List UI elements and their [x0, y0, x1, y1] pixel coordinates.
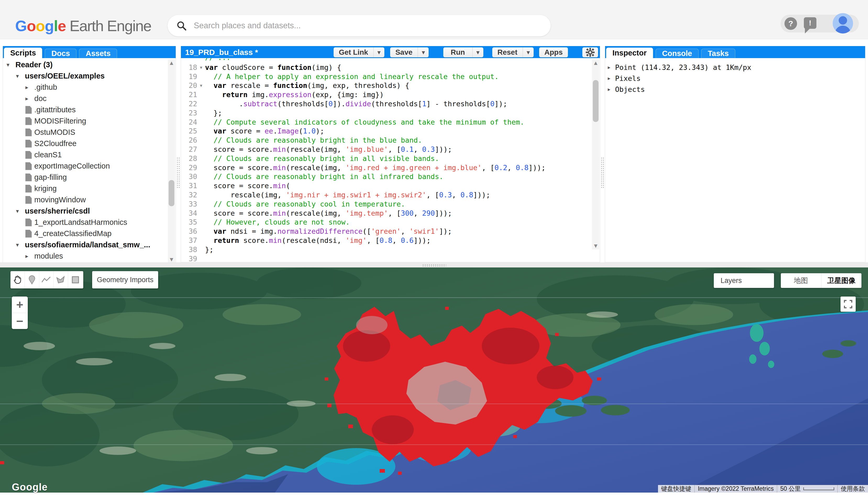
- tree-item[interactable]: cleanS1: [3, 149, 167, 160]
- avatar[interactable]: [833, 13, 853, 33]
- left-splitter-handle[interactable]: [176, 157, 180, 188]
- scrollbar-thumb[interactable]: [169, 180, 174, 206]
- code-line[interactable]: 23 };: [181, 108, 592, 117]
- reset-button[interactable]: Reset ▼: [492, 48, 534, 57]
- zoom-in-button[interactable]: +: [12, 296, 28, 313]
- map-type-map[interactable]: 地图: [781, 273, 822, 288]
- code-editor[interactable]: // ...18▾var cloudScore = function(img) …: [181, 58, 592, 262]
- tree-item[interactable]: gap-filling: [3, 172, 167, 183]
- feedback-icon[interactable]: !: [804, 17, 816, 29]
- code-line[interactable]: 19 // A helper to apply an expression an…: [181, 72, 592, 81]
- code-line[interactable]: 39: [181, 254, 592, 262]
- run-dropdown-icon[interactable]: ▼: [472, 48, 483, 57]
- tab-tasks[interactable]: Tasks: [701, 49, 735, 58]
- code-line[interactable]: 21 return img.expression(exp, {img: img}…: [181, 90, 592, 99]
- save-button[interactable]: Save ▼: [390, 48, 428, 57]
- tree-item[interactable]: ▾users/OEEL/examples: [3, 70, 167, 82]
- code-line[interactable]: 34 score = score.min(rescale(img, 'img.t…: [181, 209, 592, 218]
- tab-inspector[interactable]: Inspector: [606, 48, 653, 58]
- code-line[interactable]: 32 rescale(img, 'img.nir + img.swir1 + i…: [181, 190, 592, 199]
- code-line[interactable]: 30 // Clouds are reasonably bright in al…: [181, 172, 592, 181]
- tree-item[interactable]: 1_exportLandsatHarmonics: [3, 217, 167, 228]
- rectangle-tool[interactable]: [68, 271, 82, 289]
- tree-item[interactable]: OstuMODIS: [3, 127, 167, 138]
- collapse-arrow-icon[interactable]: ▸: [25, 253, 34, 259]
- editor-scrollbar[interactable]: ▲ ▼: [592, 59, 599, 249]
- code-line[interactable]: 33 // Clouds are reasonably cool in temp…: [181, 199, 592, 209]
- code-line[interactable]: 24 // Compute several indicators of clou…: [181, 117, 592, 127]
- scrollbar-thumb[interactable]: [593, 80, 599, 122]
- fullscreen-button[interactable]: [840, 296, 856, 312]
- save-dropdown-icon[interactable]: ▼: [417, 48, 428, 57]
- script-tab-title[interactable]: 19_PRD_bu_class *: [185, 48, 258, 57]
- tree-item[interactable]: movingWindow: [3, 194, 167, 206]
- zoom-out-button[interactable]: −: [12, 313, 28, 329]
- tab-docs[interactable]: Docs: [45, 49, 76, 58]
- inspector-item[interactable]: ▸Objects: [608, 84, 862, 95]
- expand-icon[interactable]: ▸: [608, 75, 615, 81]
- search-box[interactable]: [168, 15, 551, 36]
- reset-dropdown-icon[interactable]: ▼: [523, 48, 534, 57]
- pan-hand-tool[interactable]: [10, 271, 25, 289]
- point-marker-tool[interactable]: [25, 271, 39, 289]
- tree-item[interactable]: 4_createClassifiedMap: [3, 228, 167, 239]
- code-line[interactable]: 20▾ var rescale = function(img, exp, thr…: [181, 81, 592, 90]
- tree-item[interactable]: exportImageCollection: [3, 160, 167, 172]
- code-line[interactable]: 26 // Clouds are reasonably bright in th…: [181, 136, 592, 145]
- search-input[interactable]: [194, 21, 508, 30]
- expand-arrow-icon[interactable]: ▾: [16, 73, 25, 79]
- collapse-arrow-icon[interactable]: ▸: [25, 84, 34, 91]
- scroll-up-icon[interactable]: ▲: [592, 59, 599, 66]
- expand-arrow-icon[interactable]: ▾: [16, 242, 25, 248]
- tree-item[interactable]: ▾users/sherrie/csdl: [3, 206, 167, 217]
- right-splitter-handle[interactable]: [601, 157, 604, 188]
- code-line[interactable]: 28 // Clouds are reasonably bright in al…: [181, 154, 592, 163]
- terms-of-use-link[interactable]: 使用条款: [837, 485, 868, 493]
- tab-assets[interactable]: Assets: [79, 49, 117, 58]
- code-line[interactable]: 18▾var cloudScore = function(img) {: [181, 63, 592, 72]
- inspector-item[interactable]: ▸Pixels: [608, 73, 862, 84]
- inspector-item[interactable]: ▸Point (114.32, 23.343) at 1Km/px: [608, 62, 862, 73]
- map-canvas[interactable]: [0, 268, 868, 493]
- expand-icon[interactable]: ▸: [608, 64, 615, 70]
- tree-item[interactable]: ▸modules: [3, 250, 167, 262]
- collapse-arrow-icon[interactable]: ▸: [25, 95, 34, 102]
- code-fold-icon[interactable]: ▾: [197, 83, 205, 88]
- scroll-up-icon[interactable]: ▲: [168, 59, 175, 66]
- code-line[interactable]: 25 var score = ee.Image(1.0);: [181, 127, 592, 136]
- run-button[interactable]: Run ▼: [443, 48, 483, 57]
- code-line[interactable]: // ...: [181, 58, 592, 63]
- expand-icon[interactable]: ▸: [608, 86, 615, 92]
- geometry-imports-button[interactable]: Geometry Imports: [92, 271, 158, 289]
- tree-item[interactable]: S2Cloudfree: [3, 138, 167, 149]
- tree-item[interactable]: MODISFiltering: [3, 115, 167, 127]
- layers-button[interactable]: Layers: [714, 273, 774, 288]
- code-line[interactable]: 35 // However, clouds are not snow.: [181, 218, 592, 227]
- get-link-dropdown-icon[interactable]: ▼: [373, 48, 384, 57]
- tree-item[interactable]: ▸.github: [3, 82, 167, 93]
- polygon-tool[interactable]: [54, 271, 68, 289]
- apps-button[interactable]: Apps: [539, 48, 568, 57]
- code-line[interactable]: 29 score = score.min(rescale(img, 'img.r…: [181, 163, 592, 172]
- keyboard-shortcuts-link[interactable]: 键盘快捷键: [658, 485, 694, 493]
- code-line[interactable]: 38};: [181, 245, 592, 254]
- tree-item[interactable]: ▾users/sofiaermida/landsat_smw_...: [3, 239, 167, 250]
- scripts-scrollbar[interactable]: ▲ ▼: [168, 59, 175, 263]
- map-divider[interactable]: [0, 262, 868, 268]
- get-link-button[interactable]: Get Link ▼: [333, 48, 384, 57]
- code-line[interactable]: 27 score = score.min(rescale(img, 'img.b…: [181, 145, 592, 154]
- code-line[interactable]: 37 return score.min(rescale(ndsi, 'img',…: [181, 236, 592, 245]
- code-line[interactable]: 36 var ndsi = img.normalizedDifference([…: [181, 227, 592, 236]
- settings-button[interactable]: [582, 48, 598, 57]
- code-fold-icon[interactable]: ▾: [197, 65, 205, 70]
- expand-arrow-icon[interactable]: ▾: [16, 208, 25, 215]
- tree-item[interactable]: .gitattributes: [3, 104, 167, 115]
- tab-console[interactable]: Console: [655, 49, 699, 58]
- scroll-down-icon[interactable]: ▼: [592, 242, 599, 249]
- tree-item[interactable]: ▸doc: [3, 93, 167, 104]
- code-line[interactable]: 31 score = score.min(: [181, 181, 592, 190]
- divider-drag-handle[interactable]: [422, 264, 446, 266]
- help-icon[interactable]: ?: [785, 17, 797, 30]
- code-line[interactable]: 22 .subtract(thresholds[0]).divide(thres…: [181, 99, 592, 108]
- tree-item[interactable]: ▾Reader (3): [3, 59, 167, 70]
